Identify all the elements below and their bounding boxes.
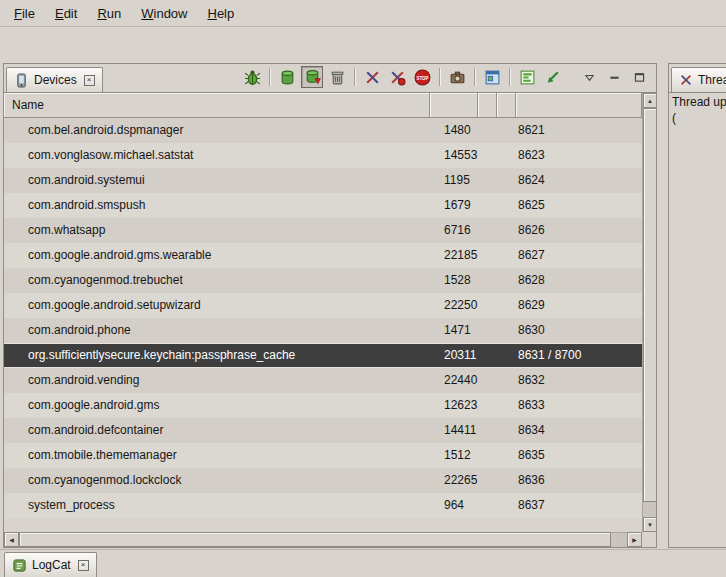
process-pid: 1528 — [430, 268, 478, 293]
close-icon[interactable]: × — [78, 560, 89, 571]
process-extra2 — [497, 443, 516, 468]
process-extra1 — [478, 468, 497, 493]
process-pid: 1195 — [430, 168, 478, 193]
tab-threads[interactable]: Threads × — [671, 67, 726, 92]
process-pid: 22250 — [430, 293, 478, 318]
process-extra2 — [497, 368, 516, 393]
minimize-icon[interactable] — [603, 66, 625, 88]
horizontal-scrollbar-thumb[interactable] — [19, 532, 611, 547]
scroll-up-button[interactable]: ▲ — [643, 93, 657, 108]
process-port: 8631 / 8700 — [516, 344, 642, 367]
process-row[interactable]: com.android.defcontainer144118634 — [4, 418, 642, 443]
process-pid: 22265 — [430, 468, 478, 493]
vertical-scrollbar[interactable]: ▲ ▼ — [642, 93, 656, 532]
column-header-extra2[interactable] — [497, 93, 516, 118]
process-pid: 20311 — [430, 344, 478, 367]
close-icon[interactable]: × — [84, 75, 95, 86]
menu-edit[interactable]: Edit — [45, 3, 87, 24]
process-name: com.android.defcontainer — [4, 418, 430, 443]
method-profiling-icon[interactable] — [386, 66, 408, 88]
process-extra1 — [478, 443, 497, 468]
column-header-name[interactable]: Name — [4, 93, 430, 118]
threads-message-line1: Thread up — [672, 94, 726, 110]
vertical-scrollbar-thumb[interactable] — [643, 108, 657, 502]
process-name: com.android.smspush — [4, 193, 430, 218]
process-row[interactable]: com.bel.android.dspmanager14808621 — [4, 118, 642, 143]
process-extra2 — [497, 143, 516, 168]
process-row[interactable]: com.google.android.gms126238633 — [4, 393, 642, 418]
tab-logcat-label: LogCat — [32, 558, 71, 572]
cause-gc-icon[interactable] — [326, 66, 348, 88]
opengl-trace-icon[interactable] — [541, 66, 563, 88]
menu-help[interactable]: Help — [197, 3, 244, 24]
threads-message: Thread up ( — [672, 94, 726, 126]
process-row[interactable]: com.android.phone14718630 — [4, 318, 642, 343]
menu-window[interactable]: Window — [131, 3, 197, 24]
column-header-pid[interactable] — [430, 93, 478, 118]
process-port: 8628 — [516, 268, 642, 293]
threads-panel: Threads × Thread up ( — [668, 63, 726, 548]
process-name: com.google.android.gms — [4, 393, 430, 418]
process-row[interactable]: com.vonglasow.michael.satstat145538623 — [4, 143, 642, 168]
process-pid: 1471 — [430, 318, 478, 343]
devices-tabbar: Devices × STOP — [4, 64, 656, 93]
process-name: com.bel.android.dspmanager — [4, 118, 430, 143]
arrow-up-icon: ▲ — [647, 98, 653, 104]
process-name: com.google.android.setupwizard — [4, 293, 430, 318]
column-header-extra1[interactable] — [478, 93, 497, 118]
tab-threads-label: Threads — [698, 73, 726, 87]
menu-run[interactable]: Run — [87, 3, 131, 24]
tab-logcat[interactable]: LogCat × — [4, 552, 97, 577]
tab-devices[interactable]: Devices × — [6, 67, 103, 92]
systrace-icon[interactable] — [516, 66, 538, 88]
stop-process-icon[interactable]: STOP — [411, 66, 433, 88]
horizontal-scrollbar[interactable]: ◀ ▶ — [4, 532, 642, 547]
debug-process-icon[interactable] — [241, 66, 263, 88]
toolbar-separator — [509, 68, 510, 86]
scrollbar-corner — [642, 532, 656, 547]
process-name: com.cyanogenmod.trebuchet — [4, 268, 430, 293]
menu-file[interactable]: File — [4, 3, 45, 24]
process-row[interactable]: com.tmobile.thememanager15128635 — [4, 443, 642, 468]
process-pid: 14411 — [430, 418, 478, 443]
process-row[interactable]: system_process9648637 — [4, 493, 642, 518]
process-row[interactable]: com.cyanogenmod.trebuchet15288628 — [4, 268, 642, 293]
process-row[interactable]: com.google.android.gms.wearable221858627 — [4, 243, 642, 268]
process-extra2 — [497, 218, 516, 243]
process-row[interactable]: com.cyanogenmod.lockclock222658636 — [4, 468, 642, 493]
process-extra2 — [497, 418, 516, 443]
threads-tabbar: Threads × — [669, 64, 726, 93]
dump-hprof-icon[interactable] — [301, 66, 323, 88]
maximize-icon[interactable] — [628, 66, 650, 88]
toolbar-separator — [269, 68, 270, 86]
process-extra2 — [497, 468, 516, 493]
process-row[interactable]: com.whatsapp67168626 — [4, 218, 642, 243]
threads-message-line2: ( — [672, 110, 726, 126]
screen-capture-icon[interactable] — [446, 66, 468, 88]
arrow-right-icon: ▶ — [632, 537, 637, 543]
devices-panel: Devices × STOP Name com.bel.android.dspm… — [3, 63, 657, 548]
process-row-selected[interactable]: org.sufficientlysecure.keychain:passphra… — [4, 343, 642, 368]
scroll-left-button[interactable]: ◀ — [4, 532, 19, 547]
update-threads-icon[interactable] — [361, 66, 383, 88]
view-menu-icon[interactable] — [578, 66, 600, 88]
process-extra2 — [497, 118, 516, 143]
column-header-name-label: Name — [12, 98, 44, 112]
process-pid: 1480 — [430, 118, 478, 143]
process-port: 8633 — [516, 393, 642, 418]
update-heap-icon[interactable] — [276, 66, 298, 88]
process-extra1 — [478, 493, 497, 518]
process-row[interactable]: com.android.vending224408632 — [4, 368, 642, 393]
scroll-down-button[interactable]: ▼ — [643, 517, 657, 532]
scroll-right-button[interactable]: ▶ — [627, 532, 642, 547]
process-row[interactable]: com.android.systemui11958624 — [4, 168, 642, 193]
process-port: 8629 — [516, 293, 642, 318]
process-name: com.vonglasow.michael.satstat — [4, 143, 430, 168]
process-row[interactable]: com.google.android.setupwizard222508629 — [4, 293, 642, 318]
column-header-port[interactable] — [516, 93, 642, 118]
process-port: 8632 — [516, 368, 642, 393]
process-extra1 — [478, 418, 497, 443]
view-hierarchy-icon[interactable] — [481, 66, 503, 88]
process-row[interactable]: com.android.smspush16798625 — [4, 193, 642, 218]
process-name: system_process — [4, 493, 430, 518]
